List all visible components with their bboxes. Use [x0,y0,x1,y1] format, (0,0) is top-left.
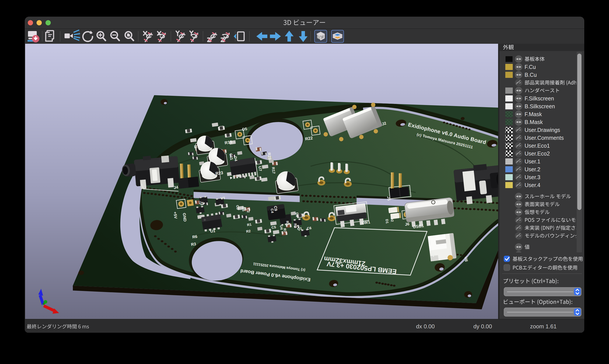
svg-text:R17: R17 [271,167,276,174]
svg-text:R10: R10 [194,144,202,149]
svg-text:R8: R8 [285,221,290,225]
svg-text:J4: J4 [173,185,178,190]
svg-text:D3: D3 [295,212,299,217]
svg-text:F.Silkscreen: F.Silkscreen [525,95,554,102]
svg-text:User.2: User.2 [525,166,540,172]
svg-text:R5: R5 [241,207,246,211]
svg-text:U4: U4 [279,225,284,230]
svg-text:D5: D5 [242,127,247,132]
svg-text:R2: R2 [246,229,251,234]
svg-text:D2: D2 [390,217,394,222]
svg-text:User.Comments: User.Comments [525,135,564,141]
svg-text:User.1: User.1 [525,158,540,165]
svg-text:B.Silkscreen: B.Silkscreen [525,103,555,109]
svg-text:F.Mask: F.Mask [525,111,542,117]
svg-text:U3: U3 [220,196,225,200]
svg-text:B.Mask: B.Mask [525,119,543,125]
svg-text:C4: C4 [270,208,274,213]
svg-text:R1: R1 [247,222,252,227]
svg-text:C3: C3 [236,205,240,210]
svg-text:R23: R23 [215,170,223,176]
svg-text:User.4: User.4 [525,182,540,188]
svg-text:User.Eco2: User.Eco2 [525,151,550,157]
svg-text:B.Cu: B.Cu [525,72,537,78]
svg-text:D4: D4 [233,156,238,162]
svg-text:R7: R7 [283,228,287,233]
svg-text:U6: U6 [464,256,468,262]
svg-text:GND: GND [182,213,187,222]
svg-text:Q1: Q1 [297,226,302,231]
svg-text:+5V: +5V [173,211,178,219]
svg-text:J5: J5 [386,196,391,201]
svg-text:User.3: User.3 [525,174,540,180]
svg-text:F.Cu: F.Cu [525,64,536,70]
svg-text:U7: U7 [258,166,262,171]
svg-text:C5: C5 [271,225,276,230]
svg-text:R3: R3 [191,242,196,247]
svg-text:User.Eco1: User.Eco1 [525,143,550,149]
svg-text:R9: R9 [293,223,298,228]
svg-text:J3: J3 [199,201,204,205]
svg-text:U1: U1 [210,229,216,234]
svg-text:D1: D1 [385,219,389,224]
svg-text:R6: R6 [192,234,198,239]
svg-text:C6: C6 [307,226,312,230]
svg-text:User.Drawings: User.Drawings [525,127,560,133]
svg-text:C2: C2 [246,208,250,213]
svg-text:R29: R29 [267,152,272,160]
svg-text:J6: J6 [405,222,410,227]
